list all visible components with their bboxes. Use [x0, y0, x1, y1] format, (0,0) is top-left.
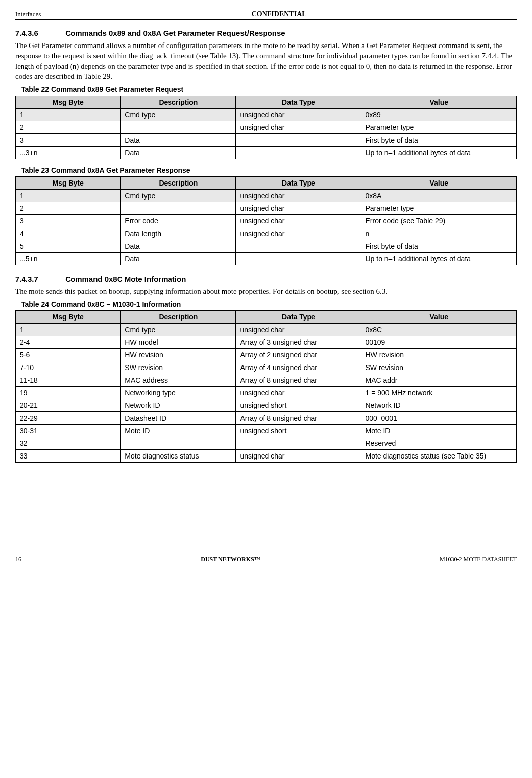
table-cell: Mote ID — [121, 425, 236, 437]
table-header-row: Msg Byte Description Data Type Value — [16, 96, 517, 109]
table-row: 11-18MAC addressArray of 8 unsigned char… — [16, 374, 517, 387]
table-cell: 7-10 — [16, 361, 121, 374]
table-row: 2unsigned charParameter type — [16, 121, 517, 134]
table-cell — [236, 253, 361, 265]
table-row: 19Networking typeunsigned char1 = 900 MH… — [16, 387, 517, 399]
table-cell: Data — [121, 134, 236, 147]
table-row: 30-31Mote IDunsigned shortMote ID — [16, 425, 517, 437]
table-cell: Array of 8 unsigned char — [236, 374, 361, 387]
table-cell: ...3+n — [16, 147, 121, 159]
table-row: 4Data lengthunsigned charn — [16, 227, 517, 240]
th-msg-byte: Msg Byte — [16, 311, 121, 324]
table-cell: Cmd type — [121, 190, 236, 202]
table-cell: 3 — [16, 215, 121, 227]
table23-caption: Table 23 Command 0x8A Get Parameter Resp… — [21, 166, 517, 174]
table-cell — [236, 134, 361, 147]
table-cell — [121, 437, 236, 450]
footer-right: M1030-2 MOTE DATASHEET — [440, 556, 517, 563]
table-row: 5-6HW revisionArray of 2 unsigned charHW… — [16, 349, 517, 361]
table-row: ...3+nDataUp to n–1 additional bytes of … — [16, 147, 517, 159]
table-cell: 22-29 — [16, 412, 121, 425]
table-row: 2-4HW modelArray of 3 unsigned char00109 — [16, 336, 517, 349]
table-cell: unsigned char — [236, 190, 361, 202]
table-cell: unsigned short — [236, 425, 361, 437]
table-row: 1Cmd typeunsigned char0x8C — [16, 324, 517, 336]
table22: Msg Byte Description Data Type Value 1Cm… — [15, 96, 517, 159]
table-cell: 19 — [16, 387, 121, 399]
table-cell: Mote diagnostics status — [121, 450, 236, 463]
th-description: Description — [121, 177, 236, 190]
th-value: Value — [361, 311, 517, 324]
table-cell: unsigned char — [236, 227, 361, 240]
table-cell: Up to n–1 additional bytes of data — [361, 147, 517, 159]
table-cell: n — [361, 227, 517, 240]
table-cell — [236, 437, 361, 450]
table-row: 33Mote diagnostics statusunsigned charMo… — [16, 450, 517, 463]
table-cell — [121, 202, 236, 215]
section-title: Command 0x8C Mote Information — [65, 274, 186, 283]
section-num: 7.4.3.7 — [15, 274, 63, 283]
table-cell: Error code (see Table 29) — [361, 215, 517, 227]
table-cell: 3 — [16, 134, 121, 147]
table-cell: MAC address — [121, 374, 236, 387]
th-data-type: Data Type — [236, 96, 361, 109]
table-cell: 2 — [16, 121, 121, 134]
table-cell: Reserved — [361, 437, 517, 450]
table-row: 3DataFirst byte of data — [16, 134, 517, 147]
th-value: Value — [361, 96, 517, 109]
table-cell: unsigned char — [236, 121, 361, 134]
table-cell: SW revision — [361, 361, 517, 374]
table-cell: First byte of data — [361, 134, 517, 147]
table-row: 2unsigned charParameter type — [16, 202, 517, 215]
table-row: 1Cmd typeunsigned char0x89 — [16, 109, 517, 121]
section-body: The Get Parameter command allows a numbe… — [15, 40, 517, 81]
table-cell: HW model — [121, 336, 236, 349]
table-cell: unsigned char — [236, 387, 361, 399]
table-cell: Mote ID — [361, 425, 517, 437]
table-cell: 0x89 — [361, 109, 517, 121]
table-cell: HW revision — [361, 349, 517, 361]
table-cell: Parameter type — [361, 121, 517, 134]
table-cell: Network ID — [361, 399, 517, 412]
table-cell: unsigned char — [236, 202, 361, 215]
table-row: 20-21Network IDunsigned shortNetwork ID — [16, 399, 517, 412]
section-heading-7-4-3-7: 7.4.3.7 Command 0x8C Mote Information — [15, 274, 517, 283]
table-cell: First byte of data — [361, 240, 517, 253]
table24-caption: Table 24 Command 0x8C – M1030-1 Informat… — [21, 300, 517, 308]
table-cell — [236, 147, 361, 159]
table-row: 7-10SW revisionArray of 4 unsigned charS… — [16, 361, 517, 374]
table-cell: 000_0001 — [361, 412, 517, 425]
table-cell: MAC addr — [361, 374, 517, 387]
table22-body: 1Cmd typeunsigned char0x892unsigned char… — [16, 109, 517, 159]
table-cell: unsigned char — [236, 324, 361, 336]
table-header-row: Msg Byte Description Data Type Value — [16, 311, 517, 324]
table-cell: 1 — [16, 190, 121, 202]
table-cell: unsigned short — [236, 399, 361, 412]
header-left: Interfaces — [15, 10, 41, 18]
table-row: 3Error codeunsigned charError code (see … — [16, 215, 517, 227]
section-num: 7.4.3.6 — [15, 29, 63, 37]
table-cell: Data length — [121, 227, 236, 240]
table24: Msg Byte Description Data Type Value 1Cm… — [15, 310, 517, 463]
table-cell: 0x8A — [361, 190, 517, 202]
page-footer: 16 DUST NETWORKS™ M1030-2 MOTE DATASHEET — [15, 554, 517, 563]
th-description: Description — [121, 311, 236, 324]
table-cell: 1 = 900 MHz network — [361, 387, 517, 399]
table-cell: HW revision — [121, 349, 236, 361]
table-cell: 33 — [16, 450, 121, 463]
table-cell: 1 — [16, 324, 121, 336]
footer-center-text: DUST NETWORKS™ — [201, 556, 260, 563]
table-cell: 32 — [16, 437, 121, 450]
th-value: Value — [361, 177, 517, 190]
table-cell — [236, 240, 361, 253]
table-cell: 5 — [16, 240, 121, 253]
section-title: Commands 0x89 and 0x8A Get Parameter Req… — [65, 29, 285, 37]
table-cell: unsigned char — [236, 109, 361, 121]
table-row: ...5+nDataUp to n–1 additional bytes of … — [16, 253, 517, 265]
table-cell: Cmd type — [121, 109, 236, 121]
table-cell: 11-18 — [16, 374, 121, 387]
table-cell: 4 — [16, 227, 121, 240]
footer-center: DUST NETWORKS™ — [201, 556, 260, 563]
section-heading-7-4-3-6: 7.4.3.6 Commands 0x89 and 0x8A Get Param… — [15, 29, 517, 37]
table-cell: Array of 8 unsigned char — [236, 412, 361, 425]
